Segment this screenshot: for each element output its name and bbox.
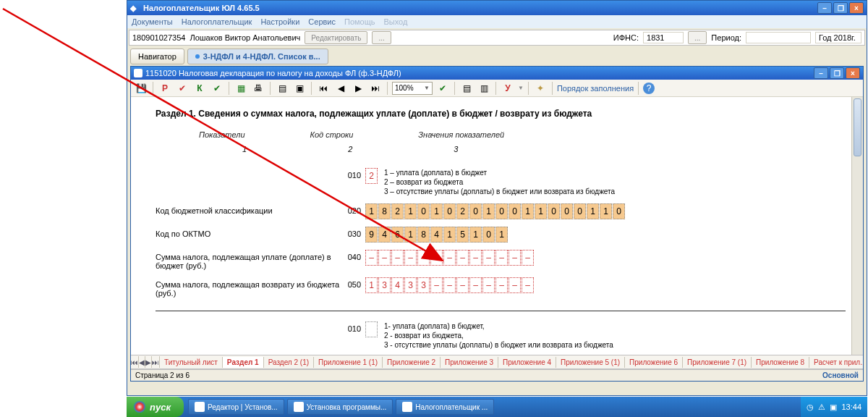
bottom-tab[interactable]: Расчет к прил.1 bbox=[809, 357, 863, 368]
calc-k-check[interactable]: ✔ bbox=[210, 81, 224, 96]
fill-order-link[interactable]: Порядок заполнения bbox=[557, 84, 634, 93]
bottom-tab[interactable]: Приложение 4 bbox=[498, 357, 556, 368]
section-title: Раздел 1. Сведения о суммах налога, подл… bbox=[156, 109, 846, 119]
paste-button[interactable]: ▥ bbox=[477, 81, 491, 96]
export-button[interactable]: ▣ bbox=[292, 81, 307, 96]
wand-button[interactable]: ✦ bbox=[533, 81, 548, 96]
cells-040[interactable] bbox=[365, 250, 535, 266]
cells-050[interactable]: 13433 bbox=[365, 277, 535, 293]
print-button[interactable]: 🖶 bbox=[251, 81, 265, 96]
inner-maximize[interactable]: ❐ bbox=[830, 67, 844, 79]
taskbar: пуск Редактор | Установ...Установка прог… bbox=[127, 397, 867, 417]
last-page-button[interactable]: ⏭ bbox=[368, 81, 383, 96]
app-window: ◆ Налогоплательщик ЮЛ 4.65.5 – ❐ × Докум… bbox=[127, 0, 867, 396]
bottom-tab[interactable]: Раздел 2 (1) bbox=[264, 357, 314, 368]
nav-tab-ndfl[interactable]: 3-НДФЛ и 4-НДФЛ. Список в... bbox=[187, 49, 328, 64]
tab-next[interactable]: ▶ bbox=[145, 356, 152, 368]
next-page-button[interactable]: ▶ bbox=[351, 81, 365, 96]
save-button[interactable]: 💾 bbox=[134, 81, 148, 96]
prev-page-button[interactable]: ◀ bbox=[333, 81, 348, 96]
row-010b: 010 1- уплата (доплата) в бюджет, 2 - во… bbox=[156, 321, 846, 350]
inner-minimize[interactable]: – bbox=[814, 67, 828, 79]
cells-030[interactable]: 94618415101 bbox=[365, 227, 509, 243]
system-tray[interactable]: ◷ ⚠ ▣ 13:44 bbox=[801, 397, 867, 417]
scroll-thumb[interactable] bbox=[854, 98, 861, 156]
zoom-select[interactable]: 100%▼ bbox=[392, 82, 433, 95]
calc-r-check[interactable]: ✔ bbox=[175, 81, 190, 96]
close-button[interactable]: × bbox=[849, 2, 864, 14]
inner-title: 1151020 Налоговая декларация по налогу н… bbox=[145, 69, 401, 77]
start-icon bbox=[134, 401, 145, 413]
bottom-tab[interactable]: Раздел 1 bbox=[223, 357, 264, 368]
legend-010b: 1- уплата (доплата) в бюджет, 2 - возвра… bbox=[384, 321, 613, 350]
tray-icon: ⚠ bbox=[818, 403, 825, 412]
bottom-tab[interactable]: Титульный лист bbox=[160, 357, 223, 368]
menu-settings[interactable]: Настройки bbox=[260, 17, 299, 26]
cells-020[interactable]: 18210102010011000110 bbox=[365, 203, 626, 219]
more-button[interactable]: ... bbox=[372, 31, 391, 44]
bottom-tab[interactable]: Приложение 7 (1) bbox=[683, 357, 752, 368]
document-body: Раздел 1. Сведения о суммах налога, подл… bbox=[145, 101, 856, 355]
row-040: Сумма налога, подлежащая уплате (доплате… bbox=[156, 250, 846, 270]
taxpayer-name: Лошаков Виктор Анатольевич bbox=[190, 33, 300, 42]
calc-k-button[interactable]: К bbox=[192, 81, 207, 96]
menu-service[interactable]: Сервис bbox=[308, 17, 336, 26]
tray-icon: ◷ bbox=[807, 403, 814, 412]
inner-titlebar: 1151020 Налоговая декларация по налогу н… bbox=[131, 67, 863, 80]
mode-indicator: Основной bbox=[822, 371, 859, 379]
maximize-button[interactable]: ❐ bbox=[833, 2, 848, 14]
ifns-field[interactable]: 1831 bbox=[643, 32, 684, 43]
row-010: 010 2 1 – уплата (доплата) в бюджет 2 – … bbox=[156, 168, 846, 196]
calc-r-button[interactable]: Р bbox=[158, 81, 172, 96]
refresh-icon bbox=[195, 54, 200, 59]
inn: 180901027354 bbox=[132, 33, 185, 42]
column-numbers: 1 2 3 bbox=[242, 145, 846, 153]
bottom-tab[interactable]: Приложение 3 bbox=[441, 357, 498, 368]
bottom-tab[interactable]: Приложение 6 bbox=[625, 357, 683, 368]
menu-help[interactable]: Помощь bbox=[344, 17, 375, 26]
first-page-button[interactable]: ⏮ bbox=[316, 81, 331, 96]
clock: 13:44 bbox=[841, 403, 861, 411]
row-020: Код бюджетной классификации 020 18210102… bbox=[156, 203, 846, 219]
excel-button[interactable]: ▦ bbox=[234, 81, 248, 96]
taskbar-task[interactable]: Установка программы... bbox=[287, 399, 393, 415]
u-button[interactable]: У bbox=[501, 81, 515, 96]
page-indicator: Страница 2 из 6 bbox=[135, 371, 190, 379]
bottom-tab[interactable]: Приложение 2 bbox=[383, 357, 441, 368]
zoom-apply[interactable]: ✔ bbox=[435, 81, 450, 96]
start-button[interactable]: пуск bbox=[127, 397, 184, 417]
tab-last[interactable]: ⏭ bbox=[152, 356, 160, 368]
list-button[interactable]: ▤ bbox=[275, 81, 289, 96]
edit-button[interactable]: Редактировать bbox=[305, 31, 367, 44]
help-button[interactable]: ? bbox=[643, 83, 655, 94]
task-icon bbox=[195, 402, 205, 412]
tab-first[interactable]: ⏮ bbox=[131, 356, 139, 368]
bottom-tab[interactable]: Приложение 5 (1) bbox=[556, 357, 625, 368]
document-scroll[interactable]: Раздел 1. Сведения о суммах налога, подл… bbox=[131, 97, 863, 355]
minimize-button[interactable]: – bbox=[817, 2, 832, 14]
vertical-scrollbar[interactable] bbox=[851, 97, 863, 355]
navigator-button[interactable]: Навигатор bbox=[130, 49, 184, 64]
cells-010b[interactable] bbox=[365, 321, 378, 350]
menu-taxpayer[interactable]: Налогоплательщик bbox=[182, 17, 252, 26]
cells-010[interactable]: 2 bbox=[365, 168, 378, 196]
menu-documents[interactable]: Документы bbox=[132, 17, 173, 26]
tab-prev[interactable]: ◀ bbox=[139, 356, 145, 368]
period-field[interactable] bbox=[746, 32, 811, 43]
copy-button[interactable]: ▤ bbox=[459, 81, 474, 96]
inner-close[interactable]: × bbox=[846, 67, 860, 79]
bottom-tabs: ⏮ ◀ ▶ ⏭ Титульный листРаздел 1Раздел 2 (… bbox=[131, 355, 863, 369]
ifns-more[interactable]: ... bbox=[688, 31, 707, 44]
section-divider bbox=[156, 311, 846, 311]
year-field[interactable]: Год 2018г. bbox=[815, 32, 861, 43]
legend-010: 1 – уплата (доплата) в бюджет 2 – возвра… bbox=[384, 168, 615, 196]
task-icon bbox=[402, 402, 412, 412]
bottom-tab[interactable]: Приложение 8 bbox=[752, 357, 809, 368]
menu-exit[interactable]: Выход bbox=[384, 17, 408, 26]
taskbar-task[interactable]: Налогоплательщик ... bbox=[396, 399, 494, 415]
tray-icon: ▣ bbox=[830, 403, 837, 412]
taskbar-task[interactable]: Редактор | Установ... bbox=[188, 399, 284, 415]
doc-icon bbox=[134, 69, 142, 77]
column-headers: Показатели Код строки Значения показател… bbox=[199, 130, 846, 139]
bottom-tab[interactable]: Приложение 1 (1) bbox=[314, 357, 383, 368]
